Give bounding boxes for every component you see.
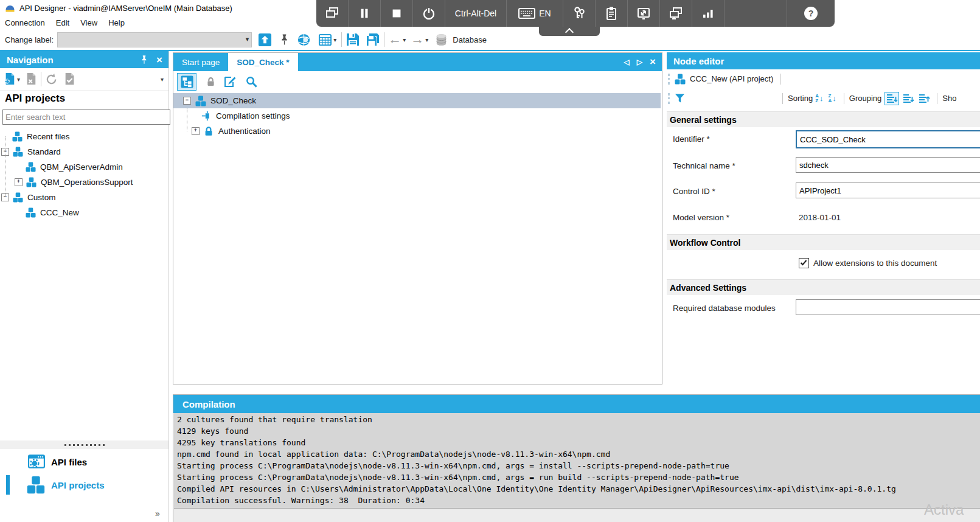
globe-icon[interactable] bbox=[297, 33, 311, 47]
vm-resize-button[interactable] bbox=[628, 0, 660, 27]
pushpin-icon[interactable] bbox=[280, 33, 289, 46]
breadcrumb-item[interactable]: CCC_New (API project) bbox=[690, 74, 773, 83]
grip-handle[interactable] bbox=[668, 93, 670, 104]
delete-document-icon[interactable] bbox=[25, 72, 37, 86]
chevron-down-icon[interactable]: ▾ bbox=[333, 37, 336, 43]
tree-guide bbox=[187, 108, 187, 131]
api-files-icon bbox=[28, 454, 45, 470]
control-id-input[interactable] bbox=[796, 183, 980, 198]
vm-pause-button[interactable] bbox=[349, 0, 381, 27]
vm-clipboard-button[interactable] bbox=[596, 0, 628, 27]
keyboard-icon bbox=[518, 7, 535, 19]
save-icon[interactable] bbox=[346, 32, 360, 47]
chevron-down-icon[interactable]: ▾ bbox=[425, 37, 428, 43]
close-icon[interactable]: × bbox=[156, 55, 162, 65]
chevron-down-icon[interactable]: ▾ bbox=[403, 37, 406, 43]
grouping-option-icon[interactable] bbox=[884, 92, 899, 105]
menu-view[interactable]: View bbox=[75, 17, 103, 29]
tree-item-sod-check[interactable]: SOD_Check bbox=[173, 93, 661, 108]
technical-name-input[interactable] bbox=[796, 157, 980, 173]
panel-splitter[interactable] bbox=[0, 440, 169, 449]
api-project-icon bbox=[12, 131, 23, 142]
clipboard-icon bbox=[604, 6, 619, 21]
compilation-panel: Compilation 2 cultures found that requir… bbox=[173, 394, 980, 522]
menu-edit[interactable]: Edit bbox=[51, 17, 75, 29]
section-general-settings: General settings bbox=[667, 111, 980, 127]
sort-az-icon[interactable]: AZ↓ bbox=[815, 94, 823, 103]
required-modules-input[interactable] bbox=[796, 299, 980, 315]
search-icon[interactable] bbox=[245, 75, 258, 88]
expand-expander[interactable] bbox=[192, 127, 200, 135]
document-tabbar: Start page SOD_Check * ◁ ▷ × bbox=[173, 53, 662, 71]
identifier-input[interactable] bbox=[796, 130, 980, 148]
vm-ctrl-alt-del-button[interactable]: Ctrl-Alt-Del bbox=[445, 0, 507, 27]
calendar-icon[interactable] bbox=[318, 33, 332, 47]
vm-displays-button[interactable] bbox=[660, 0, 692, 27]
section-advanced-settings: Advanced Settings bbox=[667, 279, 980, 295]
tree-item-standard[interactable]: Standard bbox=[0, 144, 169, 159]
vm-power-button[interactable] bbox=[413, 0, 445, 27]
close-tab-icon[interactable]: × bbox=[650, 56, 656, 68]
tab-sod-check[interactable]: SOD_Check * bbox=[228, 53, 297, 71]
selected-indicator bbox=[6, 475, 10, 495]
scroll-tabs-left-icon[interactable]: ◁ bbox=[624, 58, 630, 66]
sidebar-item-api-files[interactable]: API files bbox=[0, 450, 169, 473]
tree-item-qbm-operationssupport[interactable]: QBM_OperationsSupport bbox=[0, 175, 169, 190]
tree-item-authentication[interactable]: Authentication bbox=[173, 124, 661, 139]
log-line: 4129 keys found bbox=[177, 425, 980, 437]
allow-extensions-checkbox[interactable] bbox=[799, 258, 809, 268]
compilation-log[interactable]: 2 cultures found that require translatio… bbox=[174, 413, 980, 509]
forward-arrow-icon[interactable]: → bbox=[411, 33, 424, 46]
tree-item-custom[interactable]: Custom bbox=[0, 190, 169, 205]
upload-icon[interactable] bbox=[258, 33, 272, 47]
refresh-icon[interactable] bbox=[45, 73, 58, 86]
tab-start-page[interactable]: Start page bbox=[173, 53, 228, 71]
vm-help-button[interactable]: ? bbox=[787, 0, 835, 27]
filter-icon[interactable] bbox=[675, 93, 685, 103]
pause-icon bbox=[358, 7, 371, 20]
tree-item-ccc-new[interactable]: CCC_New bbox=[0, 205, 169, 220]
collapse-expander[interactable] bbox=[183, 97, 191, 105]
edit-icon[interactable] bbox=[223, 75, 237, 88]
grouping-expand-icon[interactable] bbox=[902, 92, 915, 105]
document-check-icon[interactable] bbox=[63, 72, 77, 86]
tree-item-recent-files[interactable]: Recent files bbox=[0, 129, 169, 144]
lock-icon[interactable] bbox=[206, 77, 216, 87]
navigation-tree: Recent files Standard QBM_ApiServerAdmin… bbox=[0, 129, 169, 220]
model-version-label: Model version * bbox=[673, 213, 729, 222]
sort-za-icon[interactable]: ZA↓ bbox=[828, 94, 836, 103]
menu-help[interactable]: Help bbox=[103, 17, 131, 29]
tree-view-button[interactable] bbox=[177, 73, 196, 91]
vm-stop-button[interactable] bbox=[381, 0, 413, 27]
tree-item-qbm-apiserveradmin[interactable]: QBM_ApiServerAdmin bbox=[0, 159, 169, 175]
keyboard-language-label: EN bbox=[539, 9, 551, 18]
back-arrow-icon[interactable]: ← bbox=[388, 33, 401, 46]
expand-expander[interactable] bbox=[15, 178, 23, 186]
main-toolbar: Change label: ▾ ▾ ← ▾ → ▾ Database bbox=[0, 29, 980, 50]
sidebar-item-api-projects[interactable]: API projects bbox=[0, 473, 169, 496]
database-icon[interactable] bbox=[434, 33, 448, 47]
chevron-down-icon[interactable]: ▾ bbox=[17, 76, 20, 83]
vm-keys-button[interactable] bbox=[563, 0, 596, 27]
grouping-collapse-icon[interactable] bbox=[917, 92, 931, 105]
overflow-chevron-icon[interactable]: » bbox=[155, 509, 160, 518]
pin-icon[interactable] bbox=[141, 55, 148, 64]
grip-handle[interactable] bbox=[668, 74, 670, 85]
menu-connection[interactable]: Connection bbox=[0, 17, 51, 29]
chevron-down-icon[interactable]: ▾ bbox=[161, 76, 164, 83]
save-all-icon[interactable] bbox=[366, 32, 380, 47]
node-editor-header: Node editor bbox=[667, 52, 980, 69]
new-document-icon[interactable] bbox=[4, 72, 16, 86]
scroll-tabs-right-icon[interactable]: ▷ bbox=[637, 58, 642, 66]
change-label-combobox[interactable]: ▾ bbox=[57, 32, 252, 47]
toolbar-separator bbox=[341, 32, 342, 47]
api-project-icon bbox=[26, 207, 36, 218]
tree-guide bbox=[5, 136, 5, 197]
vm-displays-copy-button[interactable] bbox=[316, 0, 349, 27]
search-input[interactable] bbox=[2, 110, 170, 125]
vm-signal-button[interactable] bbox=[692, 0, 725, 27]
technical-name-label: Technical name * bbox=[673, 161, 735, 170]
tree-item-compilation-settings[interactable]: Compilation settings bbox=[173, 108, 661, 124]
vm-keyboard-button[interactable]: EN bbox=[507, 0, 563, 27]
vm-toolbar-collapse-tab[interactable] bbox=[539, 27, 600, 36]
